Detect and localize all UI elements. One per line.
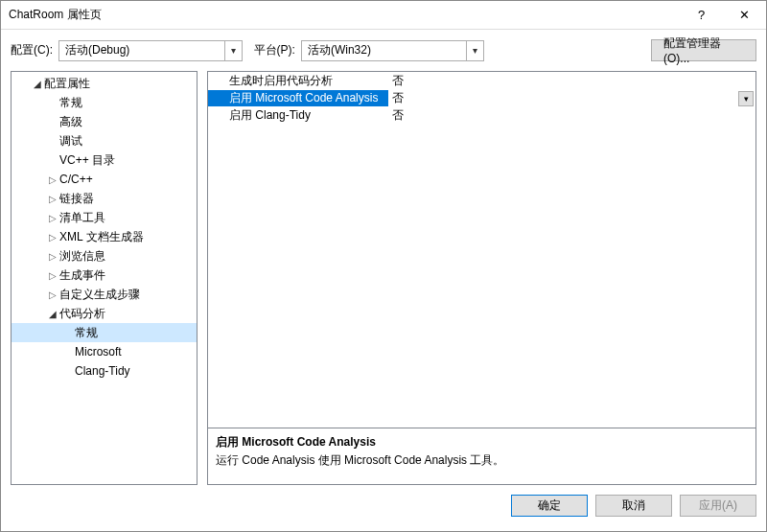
caret-right-icon: ▷ (48, 232, 58, 243)
grid-label: 启用 Microsoft Code Analysis (208, 90, 388, 106)
tree-item[interactable]: Microsoft (12, 342, 197, 361)
config-manager-button[interactable]: 配置管理器(O)... (651, 39, 756, 61)
grid-value[interactable]: 否 (388, 73, 755, 89)
tree-item[interactable]: 高级 (12, 112, 197, 131)
caret-right-icon: ▷ (48, 174, 58, 185)
tree-item[interactable]: 调试 (12, 131, 197, 150)
description-title: 启用 Microsoft Code Analysis (216, 434, 748, 451)
tree-item[interactable]: ▷链接器 (12, 189, 197, 208)
value-dropdown-button[interactable]: ▾ (738, 91, 754, 106)
tree-item-label: 清单工具 (59, 210, 105, 226)
close-button[interactable]: ✕ (723, 1, 766, 30)
caret-right-icon: ▷ (48, 213, 58, 223)
config-value: 活动(Debug) (65, 42, 129, 58)
dialog-buttons: 确定 取消 应用(A) (1, 485, 766, 526)
tree-item-label: 浏览信息 (59, 248, 105, 265)
tree-item[interactable]: ▷清单工具 (12, 208, 197, 227)
tree-item-label: Microsoft (75, 345, 122, 359)
tree-item[interactable]: ▷C/C++ (12, 170, 197, 189)
tree-item[interactable]: ▷浏览信息 (12, 246, 197, 266)
tree-item-label: 生成事件 (59, 267, 105, 284)
config-label: 配置(C): (11, 42, 53, 58)
config-bar: 配置(C): 活动(Debug) ▾ 平台(P): 活动(Win32) ▾ 配置… (1, 30, 766, 71)
tree-item[interactable]: ◢配置属性 (12, 74, 197, 93)
tree-item-label: Clang-Tidy (75, 364, 130, 378)
property-grid[interactable]: 生成时启用代码分析否启用 Microsoft Code Analysis否启用 … (207, 71, 756, 428)
tree-item-label: VC++ 目录 (59, 152, 115, 169)
grid-label: 生成时启用代码分析 (208, 73, 388, 89)
apply-button[interactable]: 应用(A) (680, 495, 756, 517)
caret-down-icon: ◢ (33, 79, 42, 89)
tree-item[interactable]: Clang-Tidy (12, 361, 197, 381)
tree-item[interactable]: VC++ 目录 (12, 150, 197, 170)
tree-item[interactable]: 常规 (12, 323, 197, 342)
description-panel: 启用 Microsoft Code Analysis 运行 Code Analy… (207, 428, 756, 485)
grid-row[interactable]: 启用 Clang-Tidy否 (208, 106, 755, 124)
tree-item[interactable]: 常规 (12, 93, 197, 112)
tree-item-label: 代码分析 (59, 306, 105, 322)
tree-item-label: 配置属性 (44, 76, 90, 92)
title-bar: ChatRoom 属性页 ? ✕ (1, 1, 766, 30)
caret-right-icon: ▷ (48, 194, 58, 204)
tree-item-label: XML 文档生成器 (59, 229, 144, 245)
caret-right-icon: ▷ (48, 270, 58, 281)
tree-item-label: 常规 (59, 95, 82, 111)
caret-right-icon: ▷ (48, 289, 58, 300)
tree-item[interactable]: ▷生成事件 (12, 266, 197, 285)
tree-item[interactable]: ◢代码分析 (12, 304, 197, 323)
help-button[interactable]: ? (680, 1, 723, 30)
platform-value: 活动(Win32) (308, 42, 371, 58)
ok-button[interactable]: 确定 (511, 495, 588, 517)
platform-label: 平台(P): (254, 42, 295, 58)
tree-item-label: C/C++ (59, 173, 93, 186)
grid-value[interactable]: 否 (388, 107, 755, 124)
tree-item-label: 调试 (59, 133, 82, 150)
chevron-down-icon: ▾ (224, 41, 242, 60)
tree-item[interactable]: ▷自定义生成步骤 (12, 285, 197, 304)
window-title: ChatRoom 属性页 (9, 7, 680, 23)
grid-row[interactable]: 生成时启用代码分析否 (208, 72, 755, 89)
tree-item-label: 常规 (75, 325, 98, 341)
chevron-down-icon: ▾ (466, 41, 483, 60)
platform-combo[interactable]: 活动(Win32) ▾ (301, 40, 485, 61)
tree-pane[interactable]: ◢配置属性 常规 高级 调试 VC++ 目录▷C/C++▷链接器▷清单工具▷XM… (11, 71, 198, 485)
tree-item[interactable]: ▷XML 文档生成器 (12, 227, 197, 246)
grid-value[interactable]: 否 (388, 90, 755, 106)
tree-item-label: 自定义生成步骤 (59, 287, 140, 303)
grid-label: 启用 Clang-Tidy (208, 107, 388, 124)
description-text: 运行 Code Analysis 使用 Microsoft Code Analy… (216, 452, 748, 469)
tree-item-label: 链接器 (59, 191, 94, 207)
caret-down-icon: ◢ (48, 309, 58, 319)
caret-right-icon: ▷ (48, 251, 58, 262)
tree-item-label: 高级 (59, 114, 82, 130)
grid-row[interactable]: 启用 Microsoft Code Analysis否 (208, 89, 755, 106)
config-combo[interactable]: 活动(Debug) ▾ (58, 40, 243, 61)
cancel-button[interactable]: 取消 (595, 495, 672, 517)
